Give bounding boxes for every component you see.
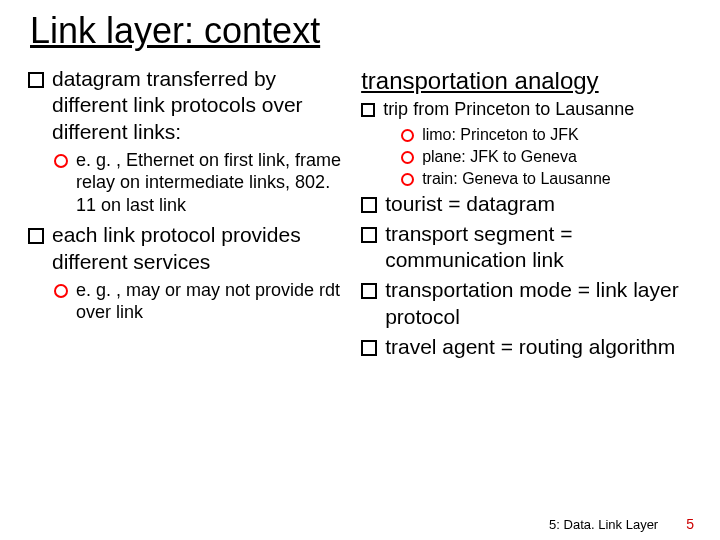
page-title: Link layer: context — [30, 10, 692, 52]
columns: datagram transferred by different link p… — [28, 66, 692, 364]
square-bullet-icon — [28, 228, 44, 244]
bullet-each-link: each link protocol provides different se… — [28, 222, 343, 275]
square-bullet-icon — [361, 103, 375, 117]
analogy-heading: transportation analogy — [361, 66, 692, 96]
circle-bullet-icon — [401, 129, 414, 142]
bullet-text: datagram transferred by different link p… — [52, 66, 343, 145]
circle-bullet-icon — [401, 173, 414, 186]
bullet-text: trip from Princeton to Lausanne — [383, 98, 692, 121]
subbullet-ethernet: e. g. , Ethernet on first link, frame re… — [54, 149, 343, 217]
circle-bullet-icon — [54, 154, 68, 168]
bullet-text: plane: JFK to Geneva — [422, 147, 692, 167]
bullet-text: transport segment = communication link — [385, 221, 692, 274]
footer: 5: Data. Link Layer 5 — [549, 516, 694, 532]
bullet-text: tourist = datagram — [385, 191, 692, 217]
footer-label: 5: Data. Link Layer — [549, 517, 658, 532]
bullet-text: e. g. , may or may not provide rdt over … — [76, 279, 343, 324]
bullet-text: limo: Princeton to JFK — [422, 125, 692, 145]
bullet-trip: trip from Princeton to Lausanne — [361, 98, 692, 121]
subbullet-train: train: Geneva to Lausanne — [401, 169, 692, 189]
circle-bullet-icon — [54, 284, 68, 298]
bullet-datagram: datagram transferred by different link p… — [28, 66, 343, 145]
subbullet-plane: plane: JFK to Geneva — [401, 147, 692, 167]
square-bullet-icon — [361, 197, 377, 213]
bullet-travel-agent: travel agent = routing algorithm — [361, 334, 692, 360]
page-number: 5 — [686, 516, 694, 532]
square-bullet-icon — [361, 340, 377, 356]
bullet-text: transportation mode = link layer protoco… — [385, 277, 692, 330]
bullet-text: e. g. , Ethernet on first link, frame re… — [76, 149, 343, 217]
square-bullet-icon — [361, 227, 377, 243]
bullet-transport-segment: transport segment = communication link — [361, 221, 692, 274]
subbullet-limo: limo: Princeton to JFK — [401, 125, 692, 145]
square-bullet-icon — [28, 72, 44, 88]
right-column: transportation analogy trip from Princet… — [361, 66, 692, 364]
left-column: datagram transferred by different link p… — [28, 66, 343, 364]
bullet-text: each link protocol provides different se… — [52, 222, 343, 275]
subbullet-rdt: e. g. , may or may not provide rdt over … — [54, 279, 343, 324]
bullet-transportation-mode: transportation mode = link layer protoco… — [361, 277, 692, 330]
square-bullet-icon — [361, 283, 377, 299]
bullet-text: train: Geneva to Lausanne — [422, 169, 692, 189]
circle-bullet-icon — [401, 151, 414, 164]
bullet-tourist: tourist = datagram — [361, 191, 692, 217]
bullet-text: travel agent = routing algorithm — [385, 334, 692, 360]
slide: Link layer: context datagram transferred… — [0, 0, 720, 540]
